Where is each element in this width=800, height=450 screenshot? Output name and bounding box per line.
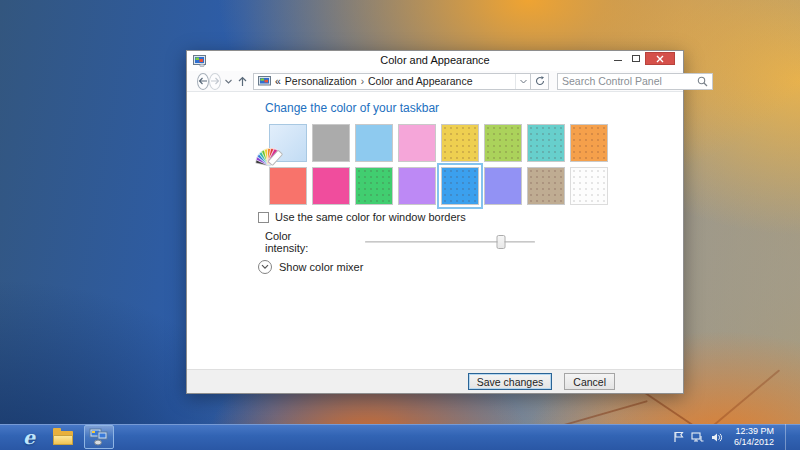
color-swatch-periwinkle[interactable] (484, 167, 522, 205)
taskbar: e (0, 424, 800, 450)
minimize-icon (614, 60, 622, 61)
show-color-mixer[interactable]: Show color mixer (258, 260, 363, 274)
refresh-button[interactable] (530, 74, 548, 89)
up-arrow-icon (238, 76, 247, 87)
color-fan-icon (261, 140, 291, 170)
intensity-slider-thumb[interactable] (497, 235, 506, 249)
personalization-taskbar-button[interactable] (84, 425, 114, 449)
breadcrumb-personalization[interactable]: Personalization (285, 75, 357, 87)
search-box[interactable] (557, 73, 713, 90)
control-panel-item-icon (258, 76, 271, 87)
color-swatch-gray[interactable] (312, 124, 350, 162)
color-swatch-lime[interactable] (484, 124, 522, 162)
window-borders-checkbox-label: Use the same color for window borders (275, 211, 466, 223)
page-title: Change the color of your taskbar (265, 101, 439, 115)
action-center-flag-icon[interactable] (673, 431, 684, 443)
volume-icon[interactable] (711, 432, 723, 443)
minimize-button[interactable] (609, 52, 626, 65)
search-icon (697, 76, 708, 87)
window-content: Change the color of your taskbar Use the… (187, 92, 683, 371)
desktop: Color and Appearance (0, 0, 800, 450)
color-swatch-orange[interactable] (570, 124, 608, 162)
refresh-icon (535, 76, 545, 86)
system-tray: 12:39 PM 6/14/2012 (673, 424, 800, 450)
back-icon (198, 77, 208, 85)
taskbar-clock[interactable]: 12:39 PM 6/14/2012 (734, 426, 774, 448)
internet-explorer-icon[interactable]: e (16, 425, 42, 449)
breadcrumb-separator-icon: › (361, 76, 364, 87)
color-intensity-label: Color intensity: (265, 230, 315, 254)
chevron-down-icon (520, 79, 527, 84)
color-appearance-window: Color and Appearance (186, 50, 684, 394)
window-borders-checkbox[interactable] (258, 212, 269, 223)
color-swatch-green[interactable] (355, 167, 393, 205)
close-button[interactable] (645, 52, 675, 65)
color-swatch-yellow[interactable] (441, 124, 479, 162)
show-desktop-button[interactable] (785, 424, 790, 450)
color-swatch-violet[interactable] (398, 167, 436, 205)
show-color-mixer-label: Show color mixer (279, 261, 363, 273)
close-icon (656, 55, 664, 63)
slider-track[interactable] (365, 241, 535, 243)
titlebar[interactable]: Color and Appearance (187, 51, 683, 71)
forward-button[interactable] (209, 73, 221, 90)
clock-date: 6/14/2012 (734, 437, 774, 448)
forward-icon (210, 77, 220, 85)
color-swatch-turquoise[interactable] (527, 124, 565, 162)
address-bar[interactable]: « Personalization › Color and Appearance (253, 73, 549, 90)
chevron-down-icon (261, 264, 269, 270)
dialog-footer: Save changes Cancel (187, 369, 683, 393)
color-swatch-pink[interactable] (398, 124, 436, 162)
color-swatch-magenta[interactable] (312, 167, 350, 205)
color-swatch-white[interactable] (570, 167, 608, 205)
address-dropdown-button[interactable] (515, 74, 530, 89)
color-swatch-blue[interactable] (441, 167, 479, 205)
recent-pages-dropdown[interactable] (225, 79, 232, 84)
navigation-bar: « Personalization › Color and Appearance (187, 71, 683, 92)
color-swatch-taupe[interactable] (527, 167, 565, 205)
up-button[interactable] (238, 76, 247, 87)
maximize-icon (632, 55, 640, 62)
window-borders-checkbox-row[interactable]: Use the same color for window borders (258, 211, 466, 223)
expander-circle[interactable] (258, 260, 272, 274)
chevron-down-icon (225, 79, 232, 84)
search-input[interactable] (562, 75, 697, 87)
breadcrumb-overflow[interactable]: « (275, 75, 281, 87)
network-icon[interactable] (691, 432, 704, 443)
color-swatch-sky-blue[interactable] (355, 124, 393, 162)
color-swatch-automatic[interactable] (269, 124, 307, 162)
color-swatch-coral[interactable] (269, 167, 307, 205)
breadcrumb-color-and-appearance[interactable]: Color and Appearance (368, 75, 473, 87)
file-explorer-icon[interactable] (50, 425, 76, 449)
cancel-button[interactable]: Cancel (564, 373, 615, 390)
maximize-button[interactable] (627, 52, 644, 65)
save-changes-button[interactable]: Save changes (468, 373, 553, 390)
back-button[interactable] (197, 73, 209, 90)
clock-time: 12:39 PM (734, 426, 774, 437)
wallpaper-stem (710, 369, 780, 428)
personalization-icon (89, 428, 109, 446)
color-intensity-row: Color intensity: (265, 234, 535, 250)
swatch-grid (269, 124, 608, 210)
color-intensity-slider[interactable] (365, 234, 535, 250)
